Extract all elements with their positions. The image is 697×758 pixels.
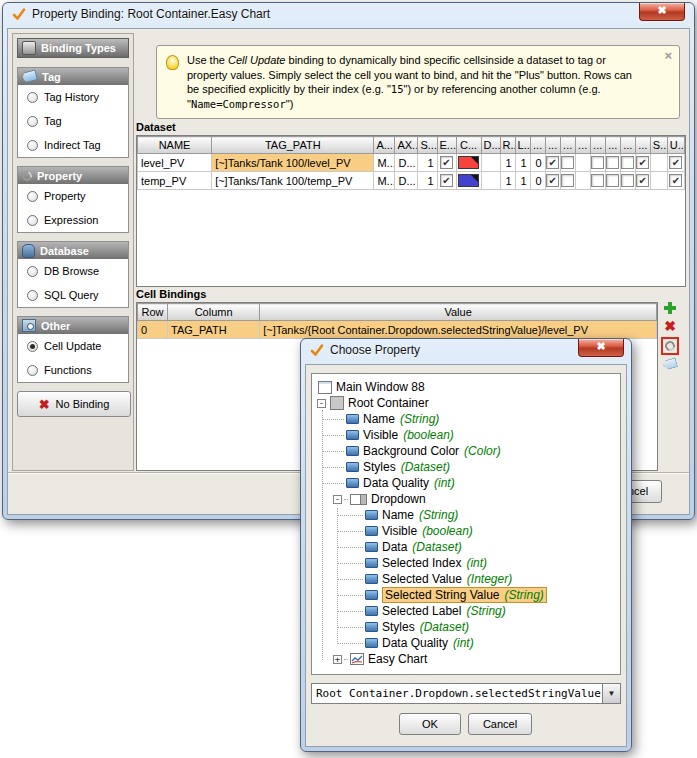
tree-item-property[interactable]: Selected Value (Integer) (312, 571, 620, 587)
column-header: Row (138, 304, 168, 321)
add-binding-icon[interactable] (663, 301, 677, 315)
column-header: AX... (395, 137, 418, 154)
cell[interactable]: M... (374, 172, 395, 190)
tree-item-property[interactable]: Data Quality (int) (312, 475, 620, 491)
cell[interactable] (575, 172, 590, 190)
remove-binding-icon[interactable] (664, 319, 676, 333)
radio-expression[interactable]: Expression (18, 208, 128, 232)
cell[interactable] (481, 172, 500, 190)
cell-tag-path[interactable]: [~]Tanks/Tank 100/temp_PV (212, 172, 374, 190)
close-button[interactable] (578, 339, 624, 357)
cell-name[interactable]: level_PV (138, 154, 212, 172)
cell-checkbox[interactable] (620, 172, 635, 190)
radio-tag-history[interactable]: Tag History (18, 85, 128, 109)
radio-indirect-tag[interactable]: Indirect Tag (18, 133, 128, 157)
cell-name[interactable]: temp_PV (138, 172, 212, 190)
cell[interactable] (575, 154, 590, 172)
cell-checkbox[interactable] (590, 154, 605, 172)
cell[interactable] (650, 154, 667, 172)
cell[interactable] (650, 172, 667, 190)
tree-item-property[interactable]: Visible (boolean) (312, 427, 620, 443)
radio-tag[interactable]: Tag (18, 109, 128, 133)
cell-color[interactable] (456, 154, 481, 172)
close-button[interactable] (639, 3, 685, 21)
chevron-down-icon[interactable] (602, 684, 620, 703)
radio-cell-update[interactable]: Cell Update (18, 334, 128, 358)
cell-binding-value[interactable]: [~]Tanks/{Root Container.Dropdown.select… (260, 321, 657, 339)
tree-item-property[interactable]: Visible (boolean) (312, 523, 620, 539)
dataset-label: Dataset (136, 121, 176, 133)
cell[interactable] (481, 154, 500, 172)
cell-checkbox[interactable] (620, 154, 635, 172)
tree-item-main-window[interactable]: Main Window 88 (312, 379, 620, 395)
cell-checkbox[interactable] (545, 154, 560, 172)
chart-icon (350, 653, 364, 665)
cell-checkbox[interactable] (590, 172, 605, 190)
cell-row-index[interactable]: 0 (138, 321, 168, 339)
property-binding-active-frame[interactable] (661, 337, 679, 355)
tree-item-property[interactable]: Data (Dataset) (312, 539, 620, 555)
checkbox-icon (606, 156, 619, 169)
no-binding-button[interactable]: No Binding (17, 391, 131, 417)
cell-checkbox[interactable] (545, 172, 560, 190)
cell[interactable]: D... (395, 154, 418, 172)
tree-item-property[interactable]: Name (String) (312, 411, 620, 427)
ok-button[interactable]: OK (399, 713, 461, 735)
cell-checkbox[interactable] (605, 154, 620, 172)
tree-item-property[interactable]: Selected Label (String) (312, 603, 620, 619)
tree-item-property[interactable]: Name (String) (312, 507, 620, 523)
dataset-row: level_PV [~]Tanks/Tank 100/level_PV M...… (138, 154, 685, 172)
radio-functions[interactable]: Functions (18, 358, 128, 382)
tree-item-property[interactable]: Selected Index (int) (312, 555, 620, 571)
expander-icon[interactable]: + (333, 655, 342, 664)
tree-item-dropdown[interactable]: - Dropdown (312, 491, 620, 507)
cell-checkbox[interactable] (667, 154, 684, 172)
cell[interactable]: 1 (515, 154, 530, 172)
cell-tag-path-selected[interactable]: [~]Tanks/Tank 100/level_PV (212, 154, 374, 172)
checkbox-icon (561, 174, 574, 187)
expander-icon[interactable]: - (333, 495, 342, 504)
cell-color[interactable] (456, 172, 481, 190)
cell-checkbox[interactable] (635, 172, 650, 190)
cell[interactable]: 1 (500, 154, 515, 172)
radio-db-browse[interactable]: DB Browse (18, 259, 128, 283)
cell[interactable]: D... (395, 172, 418, 190)
radio-icon (27, 215, 38, 226)
tag-icon (21, 69, 38, 84)
cell[interactable]: 1 (500, 172, 515, 190)
cell[interactable]: 1 (418, 172, 437, 190)
binding-icon (12, 7, 26, 21)
checkbox-icon (621, 174, 634, 187)
cell-binding-row-selected[interactable]: 0 TAG_PATH [~]Tanks/{Root Container.Drop… (138, 321, 657, 339)
radio-property[interactable]: Property (18, 184, 128, 208)
cell-checkbox[interactable] (560, 172, 575, 190)
property-node-icon (365, 638, 378, 648)
tree-item-selected-string-value[interactable]: Selected String Value(String) (312, 587, 620, 603)
cell-checkbox[interactable] (667, 172, 684, 190)
tree-item-property[interactable]: Styles (Dataset) (312, 459, 620, 475)
cell-checkbox[interactable] (560, 154, 575, 172)
cell[interactable]: M... (374, 154, 395, 172)
cell-checkbox[interactable] (635, 154, 650, 172)
tree-item-property[interactable]: Styles (Dataset) (312, 619, 620, 635)
cancel-button[interactable]: Cancel (468, 713, 532, 735)
tag-binding-icon[interactable] (662, 357, 678, 370)
cell-checkbox[interactable] (605, 172, 620, 190)
tree-item-property[interactable]: Background Color (Color) (312, 443, 620, 459)
cell-checkbox[interactable] (437, 172, 456, 190)
cell-checkbox[interactable] (437, 154, 456, 172)
tree-item-root-container[interactable]: - Root Container (312, 395, 620, 411)
cell-column-name[interactable]: TAG_PATH (168, 321, 260, 339)
cell[interactable]: 0 (530, 154, 545, 172)
cell[interactable]: 1 (515, 172, 530, 190)
tree-item-easy-chart[interactable]: + Easy Chart (312, 651, 620, 667)
cell[interactable]: 1 (418, 154, 437, 172)
radio-sql-query[interactable]: SQL Query (18, 283, 128, 307)
column-header: ... (590, 137, 605, 154)
dismiss-info-icon[interactable] (664, 49, 672, 64)
binding-types-header: Binding Types (17, 38, 129, 58)
property-path-value[interactable]: Root Container.Dropdown.selectedStringVa… (312, 687, 602, 700)
tree-item-property[interactable]: Data Quality (int) (312, 635, 620, 651)
cell[interactable]: 0 (530, 172, 545, 190)
expander-icon[interactable]: - (317, 399, 326, 408)
